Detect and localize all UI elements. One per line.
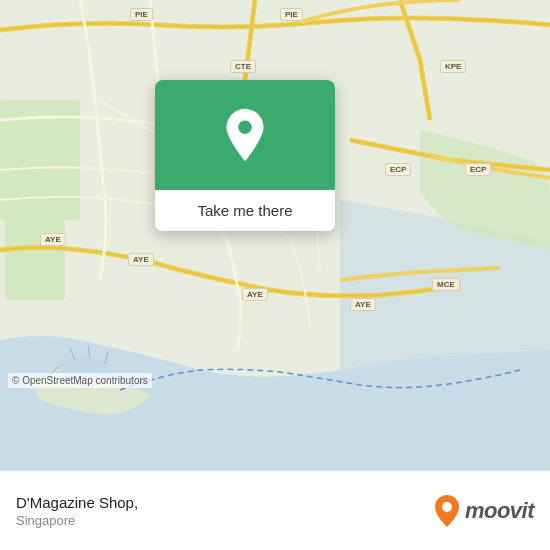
popup-card: Take me there xyxy=(155,80,335,231)
road-badge-kpe: KPE xyxy=(440,60,466,73)
road-badge-mce: MCE xyxy=(432,278,460,291)
copyright-text: © OpenStreetMap contributors xyxy=(8,373,152,388)
road-badge-aye-3: AYE xyxy=(242,288,268,301)
moovit-text: moovit xyxy=(465,498,534,524)
map-container: PIE PIE CTE KPE ECP ECP AYE AYE AYE AYE … xyxy=(0,0,550,470)
location-info: D'Magazine Shop, Singapore xyxy=(16,494,138,528)
road-badge-aye-4: AYE xyxy=(350,298,376,311)
road-badge-cte: CTE xyxy=(230,60,256,73)
road-badge-ecp-1: ECP xyxy=(385,163,411,176)
road-badge-aye-2: AYE xyxy=(128,253,154,266)
svg-point-7 xyxy=(238,121,252,135)
road-badge-aye-1: AYE xyxy=(40,233,66,246)
road-badge-pie-1: PIE xyxy=(130,8,153,21)
location-name: D'Magazine Shop, xyxy=(16,494,138,511)
road-badge-ecp-2: ECP xyxy=(465,163,491,176)
moovit-logo: moovit xyxy=(433,494,534,528)
map-svg xyxy=(0,0,550,470)
svg-point-8 xyxy=(442,502,452,512)
location-sub: Singapore xyxy=(16,513,138,528)
road-badge-pie-2: PIE xyxy=(280,8,303,21)
bottom-bar: D'Magazine Shop, Singapore moovit xyxy=(0,470,550,550)
svg-rect-2 xyxy=(5,220,65,300)
location-pin-icon xyxy=(221,107,269,163)
take-me-there-button[interactable]: Take me there xyxy=(155,190,335,231)
moovit-pin-icon xyxy=(433,494,461,528)
popup-green-area xyxy=(155,80,335,190)
